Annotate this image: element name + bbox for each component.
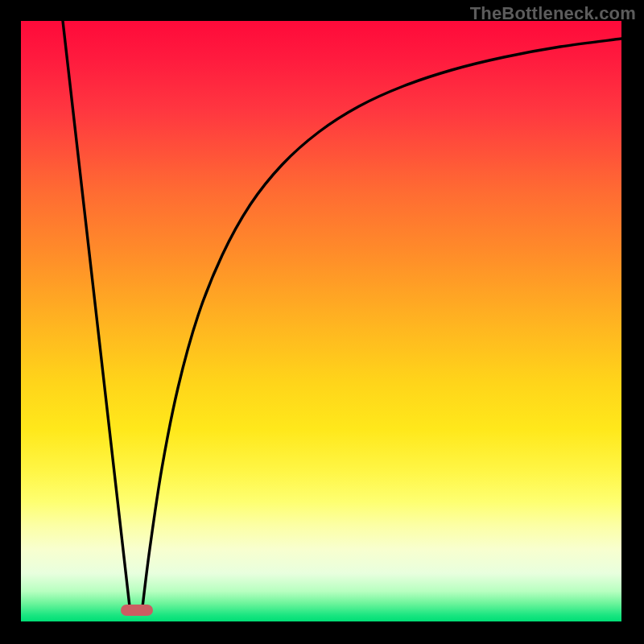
- bottleneck-marker: [121, 605, 153, 616]
- curves-svg: [21, 21, 621, 621]
- left-line: [63, 21, 130, 613]
- plot-area: [21, 21, 621, 621]
- chart-frame: TheBottleneck.com: [0, 0, 644, 644]
- right-curve: [142, 39, 621, 613]
